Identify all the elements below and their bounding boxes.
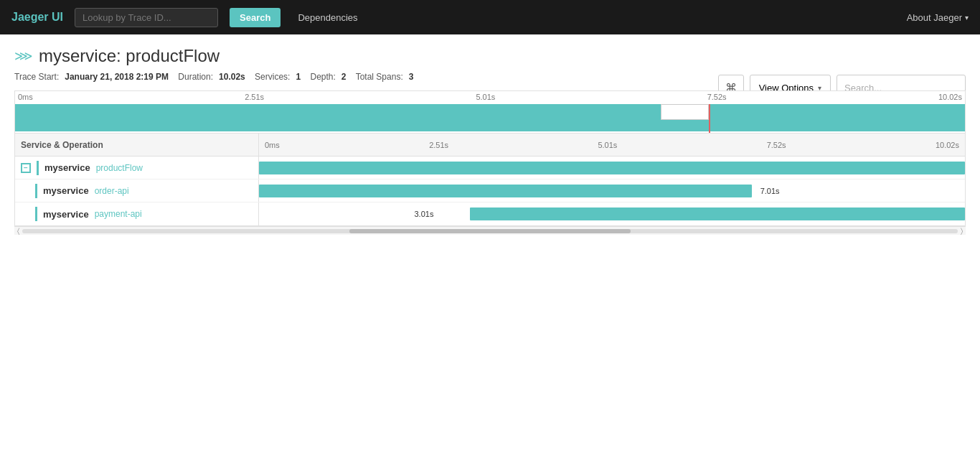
span-timeline-2[interactable]: 3.01s bbox=[259, 202, 965, 225]
row-label-0: − myservice productFlow bbox=[15, 157, 259, 179]
table-row[interactable]: − myservice productFlow bbox=[15, 157, 965, 179]
service-color-bar-2 bbox=[35, 207, 37, 221]
minimap-full-bar bbox=[15, 104, 965, 120]
minimap-tick-1: 2.51s bbox=[245, 93, 264, 101]
services-label: Services: bbox=[255, 72, 290, 82]
app-brand: Jaeger UI bbox=[11, 11, 63, 24]
operation-name-2: payment-api bbox=[95, 209, 142, 219]
trace-table-header: Service & Operation 0ms 2.51s 5.01s 7.52… bbox=[15, 134, 965, 157]
total-spans-label: Total Spans: bbox=[356, 72, 403, 82]
service-color-bar-1 bbox=[35, 184, 37, 198]
trace-minimap[interactable]: 0ms 2.51s 5.01s 7.52s 10.02s bbox=[14, 90, 966, 134]
minimap-ticks: 0ms 2.51s 5.01s 7.52s 10.02s bbox=[15, 91, 965, 103]
service-col-label: Service & Operation bbox=[21, 140, 103, 150]
timeline-ticks: 0ms 2.51s 5.01s 7.52s 10.02s bbox=[259, 141, 965, 149]
span-bar-1 bbox=[259, 185, 752, 197]
timeline-col-header: 0ms 2.51s 5.01s 7.52s 10.02s bbox=[259, 134, 965, 156]
service-color-bar-0 bbox=[37, 161, 39, 175]
timeline-tick-3: 7.52s bbox=[767, 141, 786, 149]
timeline-tick-4: 10.02s bbox=[936, 141, 959, 149]
span-collapse-toggle-0[interactable]: − bbox=[21, 163, 31, 173]
scroll-right-arrow[interactable]: 〉 bbox=[961, 227, 963, 236]
scroll-left-arrow[interactable]: 〈 bbox=[17, 227, 19, 236]
trace-table: Service & Operation 0ms 2.51s 5.01s 7.52… bbox=[14, 134, 966, 226]
service-name-2: myservice bbox=[43, 209, 89, 220]
horizontal-scrollbar[interactable]: 〈 〉 bbox=[14, 226, 966, 235]
minimap-tick-3: 7.52s bbox=[707, 93, 727, 101]
span-timeline-1[interactable]: 7.01s bbox=[259, 179, 965, 202]
row-label-1: myservice order-api bbox=[15, 179, 259, 202]
dependencies-link[interactable]: Dependencies bbox=[292, 8, 363, 27]
minimap-viewport[interactable] bbox=[661, 104, 708, 120]
span-bar-0 bbox=[259, 162, 965, 174]
trace-start-label: Trace Start: bbox=[14, 72, 59, 82]
trace-start-value: January 21, 2018 2:19 PM bbox=[65, 72, 169, 82]
about-caret-icon: ▾ bbox=[965, 14, 969, 22]
span-duration-label-1: 7.01s bbox=[760, 187, 780, 195]
span-timeline-0[interactable] bbox=[259, 157, 965, 179]
timeline-tick-2: 5.01s bbox=[598, 141, 617, 149]
minimap-second-bar-right bbox=[709, 120, 965, 131]
minimap-tick-0: 0ms bbox=[18, 93, 33, 101]
collapse-icon[interactable]: ⋙ bbox=[14, 48, 33, 64]
depth-label: Depth: bbox=[311, 72, 336, 82]
service-operation-col-header: Service & Operation bbox=[15, 134, 259, 156]
span-duration-label-2: 3.01s bbox=[414, 210, 433, 218]
depth-value: 2 bbox=[341, 72, 347, 82]
service-name-0: myservice bbox=[44, 162, 90, 173]
table-row[interactable]: myservice order-api 7.01s bbox=[15, 179, 965, 202]
duration-label: Duration: bbox=[178, 72, 213, 82]
operation-name-0: productFlow bbox=[96, 163, 143, 173]
minimap-bar-area[interactable] bbox=[15, 104, 965, 133]
span-bar-2 bbox=[470, 207, 965, 220]
scroll-thumb[interactable] bbox=[349, 229, 630, 233]
service-name-1: myservice bbox=[43, 185, 89, 196]
about-jaeger-label: About Jaeger bbox=[907, 12, 962, 23]
trace-title: myservice: productFlow bbox=[39, 46, 220, 66]
total-spans-value: 3 bbox=[409, 72, 414, 82]
services-value: 1 bbox=[296, 72, 301, 82]
timeline-tick-1: 2.51s bbox=[429, 141, 448, 149]
table-row[interactable]: myservice payment-api 3.01s bbox=[15, 202, 965, 225]
minimap-resize-handle[interactable] bbox=[709, 104, 710, 133]
operation-name-1: order-api bbox=[95, 186, 129, 196]
about-jaeger-menu[interactable]: About Jaeger ▾ bbox=[907, 12, 969, 23]
timeline-tick-0: 0ms bbox=[265, 141, 280, 149]
row-label-2: myservice payment-api bbox=[15, 202, 259, 225]
search-button[interactable]: Search bbox=[230, 8, 281, 27]
minimap-second-bar-left bbox=[15, 120, 709, 131]
minimap-tick-2: 5.01s bbox=[476, 93, 495, 101]
duration-value: 10.02s bbox=[219, 72, 245, 82]
trace-title-row: ⋙ myservice: productFlow bbox=[14, 46, 966, 66]
scroll-track[interactable] bbox=[22, 229, 958, 233]
minimap-tick-4: 10.02s bbox=[938, 93, 962, 101]
trace-lookup-input[interactable] bbox=[75, 8, 218, 27]
